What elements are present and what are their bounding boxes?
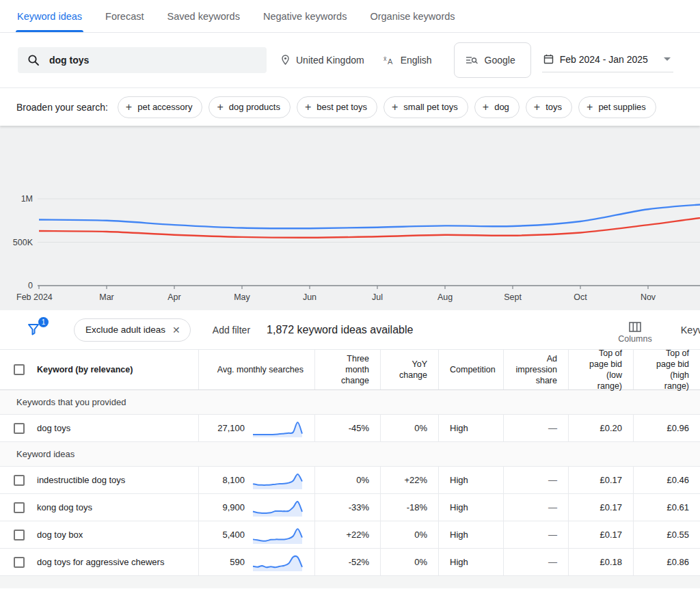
yoy-change-value: 0%: [414, 530, 427, 540]
network-selector[interactable]: Google: [454, 42, 531, 78]
keyword-cell: dog toys for aggressive chewers: [0, 549, 199, 575]
plus-icon: +: [126, 102, 132, 113]
top-of-page-bid-high-value: £0.55: [667, 530, 689, 540]
plus-icon: +: [534, 102, 540, 113]
top-of-page-bid-high-cell: £0.46: [634, 467, 700, 493]
trend-chart: 1M500K0Feb 2024MarAprMayJunJulAugSeptOct…: [0, 126, 700, 310]
search-network-icon: [466, 55, 478, 65]
chip-label: best pet toys: [317, 102, 367, 112]
header-cell-top-of-page-bid-low-range-[interactable]: Top of page bid (low range): [569, 350, 634, 389]
language-selector[interactable]: x̄A English: [383, 55, 432, 66]
ad-impression-share-cell: —: [504, 467, 569, 493]
broaden-chip-best-pet-toys[interactable]: +best pet toys: [297, 96, 377, 118]
top-of-page-bid-high-value: £0.46: [667, 475, 689, 485]
competition-value: High: [450, 423, 468, 433]
tab-saved-keywords[interactable]: Saved keywords: [156, 0, 252, 32]
avg-searches-value: 27,100: [210, 423, 245, 433]
keyword-view-dropdown[interactable]: Keywor: [681, 325, 700, 335]
add-filter-button[interactable]: Add filter: [213, 325, 250, 335]
plus-icon: +: [483, 102, 489, 113]
translate-icon: x̄A: [383, 55, 395, 66]
broaden-search-row: Broaden your search: +pet accessory+dog …: [0, 87, 700, 126]
table-row-dog-toy-box: dog toy box5,400+22%0%High—£0.17£0.55: [0, 521, 700, 549]
broaden-chip-pet-supplies[interactable]: +pet supplies: [578, 96, 656, 118]
sparkline: [252, 419, 304, 438]
tab-negative-keywords[interactable]: Negative keywords: [252, 0, 359, 32]
close-icon[interactable]: ✕: [172, 325, 180, 335]
header-cell-yoy-change[interactable]: YoY change: [381, 350, 439, 389]
sparkline: [252, 471, 304, 490]
avg-monthly-searches-cell: 5,400: [199, 521, 315, 548]
header-cell-competition[interactable]: Competition: [439, 350, 504, 389]
yoy-change-cell: -18%: [381, 494, 439, 521]
svg-text:0: 0: [28, 281, 33, 290]
tab-organise-keywords[interactable]: Organise keywords: [358, 0, 466, 32]
keyword-cell: dog toy box: [0, 521, 199, 548]
broaden-chip-toys[interactable]: +toys: [526, 96, 572, 118]
row-checkbox[interactable]: [14, 423, 25, 434]
competition-cell: High: [439, 494, 504, 521]
tab-bar: Keyword ideasForecastSaved keywordsNegat…: [0, 0, 700, 33]
top-of-page-bid-low-cell: £0.17: [569, 494, 634, 521]
header-cell-three-month-change[interactable]: Three month change: [315, 350, 381, 389]
filter-button[interactable]: 1: [26, 321, 44, 339]
keyword-search-input[interactable]: dog toys: [18, 47, 267, 73]
svg-text:Jun: Jun: [303, 292, 317, 302]
location-pin-icon: [280, 55, 291, 66]
avg-searches-value: 590: [210, 557, 245, 567]
row-checkbox[interactable]: [14, 557, 25, 568]
competition-value: High: [450, 557, 468, 567]
row-checkbox[interactable]: [14, 502, 25, 513]
avg-monthly-searches-cell: 27,100: [199, 415, 315, 441]
header-cell-ad-impression-share[interactable]: Ad impression share: [504, 350, 569, 389]
broaden-chip-pet-accessory[interactable]: +pet accessory: [118, 96, 203, 118]
yoy-change-value: 0%: [414, 557, 427, 567]
chip-label: dog products: [229, 102, 280, 112]
competition-value: High: [450, 502, 468, 512]
section-header-keywords-that-you-provided: Keywords that you provided: [0, 390, 700, 415]
broaden-chip-dog-products[interactable]: +dog products: [208, 96, 291, 118]
keywords-table: Keyword (by relevance)Avg. monthly searc…: [0, 350, 700, 576]
avg-monthly-searches-cell: 8,100: [199, 467, 315, 493]
header-cell-top-of-page-bid-high-range-[interactable]: Top of page bid (high range): [634, 350, 700, 389]
chip-label: pet accessory: [137, 102, 192, 112]
competition-cell: High: [439, 549, 504, 575]
yoy-change-value: -18%: [407, 502, 427, 512]
top-of-page-bid-low-value: £0.17: [600, 475, 622, 485]
chevron-down-icon: [664, 57, 671, 61]
three-month-change-cell: -52%: [315, 549, 381, 575]
table-row-dog-toys: dog toys27,100-45%0%High—£0.20£0.96: [0, 415, 700, 442]
language-label: English: [401, 55, 432, 66]
three-month-change-value: -52%: [349, 557, 369, 567]
top-of-page-bid-high-cell: £0.86: [634, 549, 700, 575]
avg-monthly-searches-cell: 590: [199, 549, 315, 575]
exclude-adult-ideas-chip[interactable]: Exclude adult ideas ✕: [74, 318, 191, 342]
keyword-text: dog toys: [37, 423, 70, 433]
top-of-page-bid-high-value: £0.96: [667, 423, 689, 433]
tab-keyword-ideas[interactable]: Keyword ideas: [5, 0, 94, 32]
broaden-chip-dog[interactable]: +dog: [474, 96, 520, 118]
broaden-chip-small-pet-toys[interactable]: +small pet toys: [383, 96, 468, 118]
svg-text:A: A: [388, 57, 393, 66]
ad-impression-share-cell: —: [504, 415, 569, 441]
svg-text:1M: 1M: [21, 194, 33, 204]
header-cell-keyword-by-relevance-[interactable]: Keyword (by relevance): [0, 350, 199, 389]
top-of-page-bid-low-value: £0.17: [600, 502, 622, 512]
row-checkbox[interactable]: [14, 475, 25, 486]
top-of-page-bid-low-value: £0.20: [600, 423, 622, 433]
select-all-checkbox[interactable]: [14, 364, 25, 375]
three-month-change-value: -33%: [349, 502, 369, 512]
three-month-change-value: -45%: [349, 423, 369, 433]
chart-line-searches-previous: [39, 211, 700, 237]
top-of-page-bid-low-cell: £0.17: [569, 521, 634, 548]
location-selector[interactable]: United Kingdom: [280, 55, 364, 66]
chip-label: pet supplies: [598, 102, 645, 112]
row-checkbox[interactable]: [14, 530, 25, 540]
trend-chart-svg: 1M500K0Feb 2024MarAprMayJunJulAugSeptOct…: [0, 126, 700, 310]
columns-button[interactable]: Columns: [618, 316, 651, 344]
tab-forecast[interactable]: Forecast: [94, 0, 155, 32]
header-label: Keyword (by relevance): [37, 364, 133, 375]
three-month-change-cell: 0%: [315, 467, 381, 493]
date-range-selector[interactable]: Feb 2024 - Jan 2025: [542, 49, 673, 72]
header-cell-avg-monthly-searches[interactable]: Avg. monthly searches: [199, 350, 315, 389]
